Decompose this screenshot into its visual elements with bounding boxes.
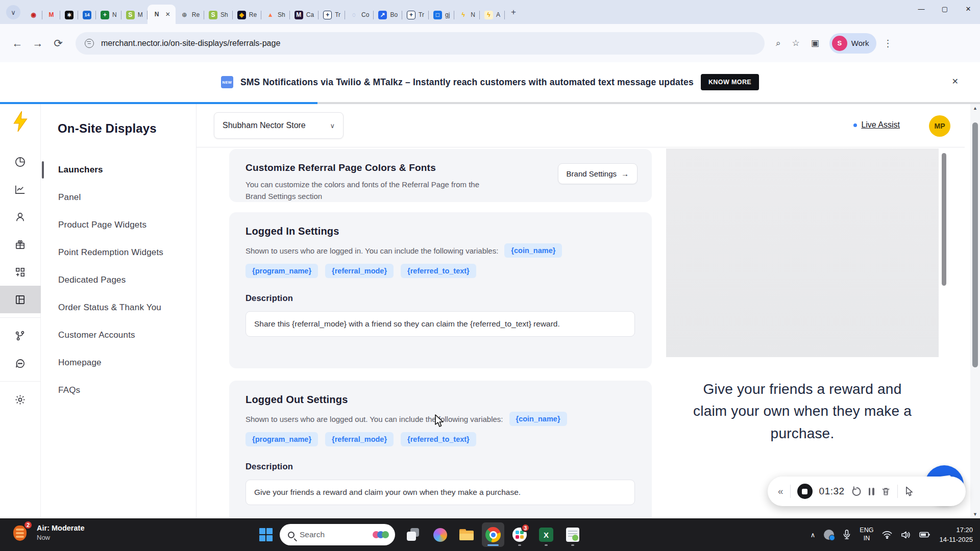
sidebar-item-dedicated-pages[interactable]: Dedicated Pages [41,266,197,294]
taskbar-app-copilot[interactable] [429,522,451,547]
hidden-icons-chevron[interactable]: ∧ [811,531,816,539]
sidebar-item-product-page-widgets[interactable]: Product Page Widgets [41,211,197,239]
tab-search-button[interactable]: ∨ [6,5,20,19]
browser-profile-button[interactable]: S Work [829,33,876,54]
page-scrollbar[interactable]: ▲ ▼ [970,104,980,518]
zoom-page-icon[interactable]: ⌕ [776,38,781,48]
site-settings-icon[interactable] [85,39,94,48]
user-avatar[interactable]: MP [929,115,950,137]
wifi-icon[interactable] [882,531,892,539]
taskbar-weather-widget[interactable]: 2 Air: Moderate Now [12,522,84,543]
reload-button[interactable]: ⟳ [48,37,68,49]
maximize-button[interactable]: ▢ [933,0,957,17]
recorder-cursor-tool-button[interactable] [904,486,914,497]
sidebar-item-panel[interactable]: Panel [41,184,197,211]
browser-tab[interactable]: ϟA [480,6,505,24]
variable-chip-referred-to-text[interactable]: {referred_to_text} [401,264,476,278]
rail-item-integrations[interactable] [0,322,41,349]
content-scrollbar-thumb[interactable] [942,153,946,286]
rail-item-customers[interactable] [0,203,41,231]
variable-chip-referral-mode[interactable]: {referral_mode} [325,264,394,278]
rail-item-widgets[interactable] [0,258,41,286]
taskbar-app-task-view[interactable] [402,522,425,547]
browser-tab[interactable]: ▲Sh [261,6,290,24]
taskbar-search[interactable]: Search [280,524,395,545]
browser-tab[interactable]: SSh [204,6,233,24]
browser-tab[interactable]: +Tr [402,6,429,24]
scroll-down-arrow[interactable]: ▼ [970,510,980,518]
recorder-collapse-button[interactable]: « [778,486,783,497]
page-scrollbar-thumb[interactable] [972,122,978,367]
variable-chip-referred-to-text[interactable]: {referred_to_text} [401,432,476,446]
forward-button[interactable]: → [28,37,48,49]
logged-in-description-input[interactable] [246,311,635,337]
taskbar-app-chrome[interactable] [482,522,504,547]
store-selector[interactable]: Shubham Nector Store ∨ [214,112,344,139]
rail-item-analytics[interactable] [0,176,41,203]
minimize-button[interactable]: — [910,0,933,17]
sidebar-item-point-redemption-widgets[interactable]: Point Redemption Widgets [41,239,197,266]
browser-tab[interactable]: ◆Re [233,6,261,24]
recorder-delete-button[interactable] [881,487,891,496]
nector-logo-icon[interactable] [13,111,28,134]
variable-chip-coin-name[interactable]: {coin_name} [504,243,562,258]
sidebar-item-launchers[interactable]: Launchers [41,156,197,184]
rail-item-rewards[interactable] [0,231,41,258]
browser-tab[interactable]: SM [121,6,148,24]
sidebar-item-faqs[interactable]: FAQs [41,377,197,404]
live-assist-button[interactable]: Live Assist [853,120,900,130]
sidebar-item-order-status-thank-you[interactable]: Order Status & Thank You [41,294,197,321]
know-more-button[interactable]: KNOW MORE [701,74,759,90]
browser-tab[interactable]: ◌Co [345,6,374,24]
browser-tab[interactable]: ◉ [24,6,42,24]
taskbar-app-file-explorer[interactable] [455,522,478,547]
browser-tab-active[interactable]: N✕ [148,5,176,24]
microphone-icon[interactable] [843,530,851,540]
url-bar[interactable]: merchant.nector.io/on-site-displays/refe… [76,32,765,55]
rail-item-messages[interactable] [0,349,41,377]
taskbar-app-slack[interactable]: 3 [508,522,531,547]
sidebar-item-customer-accounts[interactable]: Customer Accounts [41,321,197,349]
browser-tab[interactable]: ⊕Re [176,6,204,24]
language-indicator[interactable]: ENG IN [860,527,873,542]
variable-chip-program-name[interactable]: {program_name} [246,264,318,278]
new-tab-button[interactable]: + [507,6,520,19]
extensions-icon[interactable]: ▣ [811,38,819,48]
sidebar-item-homepage[interactable]: Homepage [41,349,197,377]
url-text[interactable]: merchant.nector.io/on-site-displays/refe… [101,39,280,48]
bookmark-star-icon[interactable]: ☆ [792,38,800,48]
browser-tab[interactable]: □gj [429,6,454,24]
brand-settings-button[interactable]: Brand Settings → [558,163,638,184]
browser-tab[interactable]: +N [96,6,121,24]
speaker-icon[interactable] [901,531,911,539]
back-button[interactable]: ← [7,37,28,49]
browser-tab[interactable]: 14 [78,6,96,24]
browser-tab[interactable]: ∗ [60,6,78,24]
logged-out-description-input[interactable] [246,480,635,505]
taskbar-app-excel[interactable]: X [535,522,557,547]
variable-chip-referral-mode[interactable]: {referral_mode} [325,432,394,446]
browser-tab[interactable]: +Tr [318,6,345,24]
windows-start-button[interactable] [259,528,273,541]
browser-tab[interactable]: ϟN [454,6,480,24]
recorder-restart-button[interactable] [851,486,862,497]
battery-icon[interactable] [919,531,930,538]
browser-tab[interactable]: ↗Bo [374,6,402,24]
rail-item-pie-chart[interactable] [0,148,41,176]
browser-tab[interactable]: M [42,6,60,24]
browser-menu-icon[interactable]: ⋮ [884,38,893,49]
rail-item-onsite-displays[interactable] [0,286,41,313]
recorder-pause-button[interactable] [869,488,874,495]
recorder-stop-button[interactable] [797,484,813,499]
banner-close-icon[interactable]: ✕ [952,77,959,86]
browser-tab[interactable]: MCa [290,6,318,24]
variable-chip-coin-name[interactable]: {coin_name} [509,412,567,426]
variable-chip-program-name[interactable]: {program_name} [246,432,318,446]
close-window-button[interactable]: ✕ [957,0,980,17]
onedrive-icon[interactable] [824,530,834,540]
scroll-up-arrow[interactable]: ▲ [970,104,980,112]
taskbar-clock[interactable]: 17:20 14-11-2025 [939,525,973,545]
taskbar-app-notepad[interactable] [561,522,584,547]
tab-close-icon[interactable]: ✕ [165,11,170,18]
rail-item-settings[interactable] [0,386,41,413]
